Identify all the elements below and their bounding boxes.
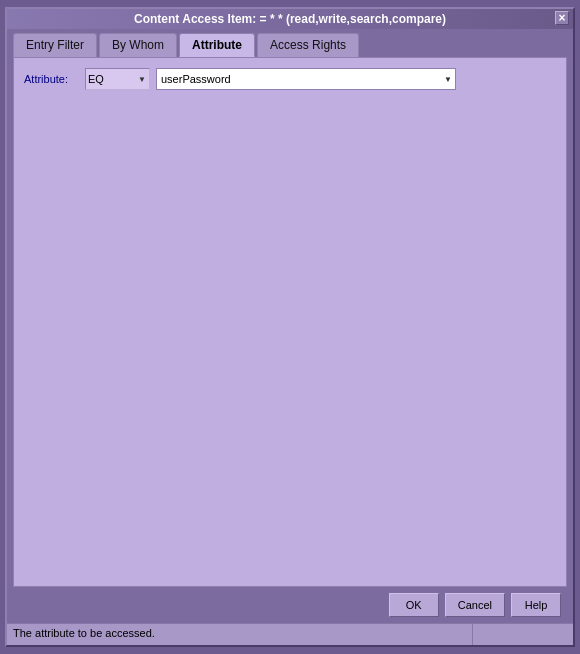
- tabs-row: Entry Filter By Whom Attribute Access Ri…: [7, 29, 573, 57]
- tab-by-whom[interactable]: By Whom: [99, 33, 177, 57]
- value-select-wrapper: userPassword: [156, 68, 456, 90]
- window-title: Content Access Item: = * * (read,write,s…: [134, 12, 446, 26]
- empty-content: [24, 98, 556, 576]
- close-icon: ×: [558, 11, 565, 25]
- status-right: [473, 624, 573, 645]
- main-window: Content Access Item: = * * (read,write,s…: [5, 7, 575, 647]
- ok-button[interactable]: OK: [389, 593, 439, 617]
- close-button[interactable]: ×: [555, 11, 569, 25]
- tab-access-rights[interactable]: Access Rights: [257, 33, 359, 57]
- tab-entry-filter[interactable]: Entry Filter: [13, 33, 97, 57]
- tab-attribute[interactable]: Attribute: [179, 33, 255, 57]
- value-select[interactable]: userPassword: [156, 68, 456, 90]
- bottom-bar: OK Cancel Help: [7, 587, 573, 623]
- status-bar: The attribute to be accessed.: [7, 623, 573, 645]
- content-area: Attribute: EQ userPassword: [13, 57, 567, 587]
- status-message: The attribute to be accessed.: [7, 624, 473, 645]
- title-bar: Content Access Item: = * * (read,write,s…: [7, 9, 573, 29]
- cancel-button[interactable]: Cancel: [445, 593, 505, 617]
- attribute-label: Attribute:: [24, 73, 79, 85]
- button-row: OK Cancel Help: [15, 593, 565, 617]
- eq-select-wrapper: EQ: [85, 68, 150, 90]
- eq-select[interactable]: EQ: [85, 68, 150, 90]
- help-button[interactable]: Help: [511, 593, 561, 617]
- attribute-row: Attribute: EQ userPassword: [24, 68, 556, 90]
